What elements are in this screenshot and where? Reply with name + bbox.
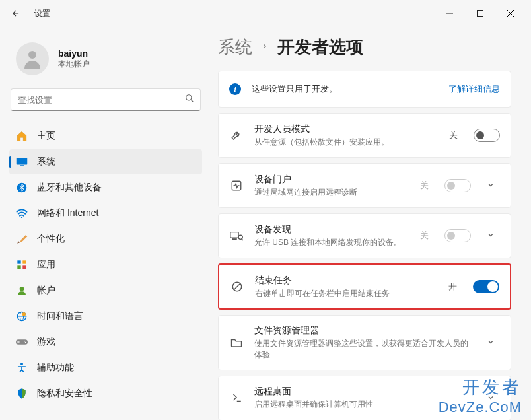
- svg-rect-14: [22, 265, 26, 269]
- sidebar-item-label: 个性化: [37, 233, 65, 245]
- toggle-state-label: 开: [448, 281, 457, 293]
- sidebar-item-label: 辅助功能: [37, 362, 74, 374]
- heartbeat-icon: [229, 180, 244, 192]
- svg-point-21: [24, 341, 25, 342]
- shield-icon: [16, 388, 28, 400]
- svg-rect-8: [20, 165, 24, 166]
- sidebar-item-label: 系统: [37, 156, 55, 168]
- svg-point-4: [28, 51, 36, 59]
- setting-title: 远程桌面: [254, 386, 471, 398]
- svg-point-23: [20, 363, 23, 365]
- folder-icon: [229, 337, 244, 348]
- tools-icon: [229, 129, 244, 141]
- globe-icon: [16, 310, 28, 322]
- toggle-state-label: 关: [420, 180, 429, 192]
- sidebar-item-shield[interactable]: 隐私和安全性: [9, 381, 202, 406]
- sidebar-item-label: 应用: [37, 259, 55, 271]
- info-icon: i: [229, 83, 241, 95]
- user-name: baiyun: [58, 48, 90, 59]
- setting-description: 从任意源（包括松散文件）安装应用。: [254, 137, 439, 148]
- setting-title: 文件资源管理器: [254, 325, 471, 337]
- svg-rect-12: [22, 260, 26, 263]
- nav-list: 主页系统蓝牙和其他设备网络和 Internet个性化应用帐户时间和语言游戏辅助功…: [8, 123, 203, 407]
- svg-rect-7: [17, 158, 28, 165]
- sidebar-item-label: 游戏: [37, 336, 55, 348]
- window-title: 设置: [34, 8, 50, 19]
- sidebar-item-label: 网络和 Internet: [37, 207, 98, 219]
- setting-card: 结束任务 右键单击即可在任务栏中启用结束任务 开: [218, 263, 511, 310]
- bluetooth-icon: [16, 182, 28, 193]
- info-link[interactable]: 了解详细信息: [448, 83, 500, 95]
- toggle-switch[interactable]: [473, 280, 499, 293]
- info-text: 这些设置只用于开发。: [252, 83, 438, 95]
- sidebar-item-globe[interactable]: 时间和语言: [9, 304, 202, 329]
- sidebar-item-person[interactable]: 帐户: [9, 278, 202, 303]
- sidebar-item-label: 时间和语言: [37, 310, 83, 322]
- apps-icon: [16, 259, 28, 271]
- sidebar-item-access[interactable]: 辅助功能: [9, 355, 202, 380]
- sidebar-item-wifi[interactable]: 网络和 Internet: [9, 201, 202, 226]
- discover-icon: [229, 230, 244, 241]
- setting-card[interactable]: 文件资源管理器 使用文件资源管理器调整这些设置，以获得更适合开发人员的体验: [218, 315, 511, 370]
- toggle-switch[interactable]: [474, 129, 500, 142]
- svg-rect-1: [478, 11, 483, 17]
- person-icon: [16, 285, 28, 297]
- system-icon: [16, 156, 28, 168]
- setting-title: 设备门户: [254, 174, 409, 186]
- block-icon: [230, 281, 244, 293]
- breadcrumb-current: 开发者选项: [277, 36, 363, 59]
- close-button[interactable]: [495, 3, 526, 24]
- sidebar-item-game[interactable]: 游戏: [9, 330, 202, 355]
- setting-card: 开发人员模式 从任意源（包括松散文件）安装应用。 关: [218, 113, 511, 158]
- setting-card[interactable]: 远程桌面 启用远程桌面并确保计算机可用性: [218, 376, 511, 420]
- setting-title: 开发人员模式: [254, 123, 439, 135]
- maximize-button[interactable]: [465, 3, 495, 24]
- sidebar-item-label: 蓝牙和其他设备: [37, 182, 102, 193]
- svg-point-22: [25, 342, 26, 343]
- toggle-switch: [444, 229, 471, 242]
- chevron-right-icon: [262, 42, 268, 53]
- sidebar-item-label: 帐户: [37, 285, 55, 297]
- sidebar-item-bluetooth[interactable]: 蓝牙和其他设备: [9, 175, 202, 200]
- setting-description: 右键单击即可在任务栏中启用结束任务: [255, 288, 438, 299]
- sidebar-item-system[interactable]: 系统: [9, 149, 202, 174]
- chevron-down-icon[interactable]: [487, 392, 500, 404]
- avatar: [16, 42, 49, 75]
- svg-rect-13: [17, 265, 20, 269]
- sidebar-item-home[interactable]: 主页: [9, 123, 202, 149]
- info-banner: i 这些设置只用于开发。 了解详细信息: [218, 71, 511, 108]
- setting-description: 使用文件资源管理器调整这些设置，以获得更适合开发人员的体验: [254, 338, 471, 361]
- toggle-switch: [444, 179, 471, 192]
- sidebar-item-brush[interactable]: 个性化: [9, 227, 202, 252]
- brush-icon: [16, 233, 28, 245]
- toggle-state-label: 关: [420, 230, 429, 242]
- breadcrumb: 系统 开发者选项: [218, 36, 511, 59]
- wifi-icon: [16, 207, 28, 219]
- minimize-button[interactable]: [435, 3, 465, 24]
- svg-rect-25: [230, 232, 238, 238]
- chevron-down-icon[interactable]: [487, 230, 500, 242]
- svg-point-19: [22, 312, 26, 316]
- remote-icon: [229, 392, 244, 404]
- user-block[interactable]: baiyun 本地帐户: [8, 34, 203, 88]
- chevron-down-icon[interactable]: [487, 337, 500, 349]
- setting-card[interactable]: 设备发现 允许 USB 连接和本地网络发现你的设备。 关: [218, 213, 511, 258]
- back-button[interactable]: [5, 3, 26, 24]
- sidebar-item-label: 隐私和安全性: [37, 388, 92, 400]
- svg-point-15: [20, 287, 24, 291]
- setting-card[interactable]: 设备门户 通过局域网连接启用远程诊断 关: [218, 163, 511, 208]
- home-icon: [16, 130, 28, 142]
- game-icon: [16, 336, 28, 348]
- svg-line-30: [234, 284, 240, 290]
- toggle-state-label: 关: [449, 129, 458, 141]
- breadcrumb-parent[interactable]: 系统: [218, 36, 252, 59]
- setting-description: 通过局域网连接启用远程诊断: [254, 187, 409, 198]
- search-input[interactable]: [11, 88, 201, 111]
- svg-rect-11: [17, 260, 20, 263]
- user-account-type: 本地帐户: [58, 59, 90, 70]
- setting-description: 允许 USB 连接和本地网络发现你的设备。: [254, 237, 409, 248]
- access-icon: [16, 362, 28, 374]
- chevron-down-icon[interactable]: [487, 180, 500, 192]
- svg-point-10: [21, 217, 22, 218]
- sidebar-item-apps[interactable]: 应用: [9, 252, 202, 277]
